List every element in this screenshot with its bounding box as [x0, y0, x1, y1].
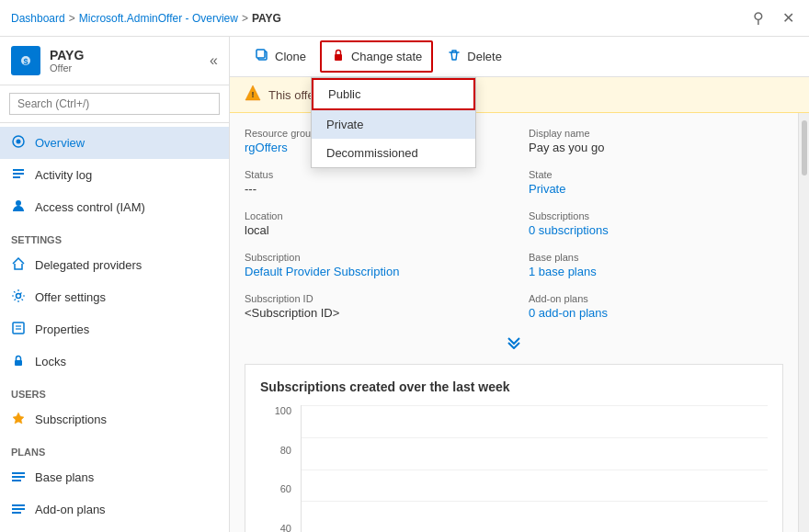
- svg-rect-7: [13, 176, 20, 178]
- status-label: Status: [245, 169, 499, 180]
- dropdown-item-private[interactable]: Private: [312, 110, 475, 139]
- svg-point-4: [17, 140, 21, 144]
- addon-plans-count-label: Add-on plans: [529, 293, 783, 304]
- chart-container: 100 80 60 40: [260, 405, 768, 532]
- resource-group-value[interactable]: rgOffers: [245, 141, 288, 154]
- svg-rect-17: [12, 480, 21, 481]
- chart-plot: [301, 405, 768, 532]
- state-item: State Private: [529, 169, 783, 196]
- sidebar-item-subscriptions[interactable]: Subscriptions: [0, 403, 229, 436]
- state-value[interactable]: Private: [529, 182, 565, 196]
- change-state-button[interactable]: Change state: [320, 40, 433, 73]
- chart-y-label-40: 40: [280, 523, 291, 532]
- sidebar-item-access-control[interactable]: Access control (IAM): [0, 191, 229, 223]
- breadcrumb-dashboard[interactable]: Dashboard: [11, 12, 65, 25]
- subscriptions-count-label: Subscriptions: [529, 210, 783, 221]
- display-name-label: Display name: [529, 128, 783, 139]
- grid-line-40: [302, 501, 768, 502]
- subscription-value[interactable]: Default Provider Subscription: [245, 265, 399, 278]
- scroll-thumb[interactable]: [802, 120, 807, 175]
- clone-button[interactable]: Clone: [245, 41, 316, 72]
- delegated-providers-label: Delegated providers: [35, 258, 142, 272]
- clone-icon: [255, 48, 269, 65]
- display-name-item: Display name Pay as you go: [529, 128, 783, 154]
- clone-label: Clone: [275, 50, 306, 63]
- breadcrumb-sep-2: >: [242, 12, 248, 25]
- breadcrumb-admin-offer[interactable]: Microsoft.AdminOffer - Overview: [79, 12, 238, 25]
- sidebar-title: PAYG: [50, 48, 84, 62]
- status-value: ---: [245, 182, 256, 196]
- collapse-button[interactable]: [505, 334, 523, 353]
- detail-area: Resource group rgOffers Display name Pay…: [230, 113, 809, 532]
- toolbar: Clone Change state Delete: [230, 37, 809, 77]
- sidebar-item-properties[interactable]: Properties: [0, 313, 229, 345]
- dropdown-item-public[interactable]: Public: [312, 78, 475, 110]
- breadcrumb-payg: PAYG: [252, 12, 281, 25]
- detail-main: Resource group rgOffers Display name Pay…: [230, 113, 798, 532]
- dropdown-item-decommissioned[interactable]: Decommissioned: [312, 139, 475, 167]
- svg-rect-19: [12, 508, 25, 510]
- top-bar-icons: ⚲ ✕: [749, 7, 798, 28]
- sidebar-item-base-plans[interactable]: Base plans: [0, 461, 229, 493]
- sidebar-item-offer-settings[interactable]: Offer settings: [0, 281, 229, 313]
- offer-settings-icon: [11, 289, 26, 306]
- chart-title: Subscriptions created over the last week: [260, 379, 768, 394]
- base-plans-count-label: Base plans: [529, 252, 783, 263]
- svg-text:$: $: [23, 57, 28, 66]
- chart-section: Subscriptions created over the last week…: [245, 364, 783, 532]
- main-layout: $ PAYG Offer « Overview: [0, 37, 809, 532]
- pin-button[interactable]: ⚲: [749, 7, 768, 28]
- offer-icon: $: [11, 46, 40, 75]
- sidebar-item-add-on-plans[interactable]: Add-on plans: [0, 493, 229, 526]
- change-state-icon: [331, 48, 346, 65]
- sidebar-item-overview[interactable]: Overview: [0, 127, 229, 159]
- base-plans-count-value[interactable]: 1 base plans: [529, 265, 597, 278]
- state-label: State: [529, 169, 783, 180]
- sidebar-title-group: PAYG Offer: [50, 48, 84, 74]
- sidebar-search: [0, 85, 229, 123]
- properties-icon: [11, 321, 26, 338]
- add-on-plans-label: Add-on plans: [35, 503, 106, 516]
- top-bar: Dashboard > Microsoft.AdminOffer - Overv…: [0, 0, 809, 37]
- location-item: Location local: [245, 210, 499, 237]
- svg-rect-23: [335, 54, 342, 61]
- subscription-id-label: Subscription ID: [245, 293, 499, 304]
- activity-log-label: Activity log: [35, 168, 92, 182]
- change-state-dropdown: Public Private Decommissioned: [311, 77, 476, 168]
- sidebar-item-locks[interactable]: Locks: [0, 345, 229, 378]
- svg-rect-20: [12, 512, 21, 514]
- delegated-providers-icon: [11, 256, 26, 274]
- access-control-label: Access control (IAM): [35, 200, 145, 214]
- svg-rect-18: [12, 504, 25, 506]
- sidebar-collapse-button[interactable]: «: [210, 52, 218, 69]
- svg-marker-14: [13, 413, 24, 424]
- plans-section-label: Plans: [0, 436, 229, 461]
- add-on-plans-icon: [11, 501, 26, 518]
- content-area: Clone Change state Delete ! This offer h…: [230, 37, 809, 532]
- base-plans-item: Base plans 1 base plans: [529, 252, 783, 278]
- subscriptions-label: Subscriptions: [35, 413, 107, 426]
- sidebar-item-activity-log[interactable]: Activity log: [0, 159, 229, 191]
- svg-rect-5: [13, 169, 24, 171]
- close-button[interactable]: ✕: [779, 7, 798, 28]
- search-input[interactable]: [9, 93, 220, 115]
- grid-line-60: [302, 470, 768, 470]
- location-label: Location: [245, 210, 499, 221]
- svg-point-9: [17, 294, 21, 299]
- overview-icon: [11, 134, 26, 152]
- svg-rect-16: [12, 476, 25, 478]
- svg-rect-13: [15, 360, 22, 366]
- addon-plans-count-value[interactable]: 0 add-on plans: [529, 306, 608, 320]
- subscription-label: Subscription: [245, 252, 499, 263]
- svg-text:!: !: [252, 90, 255, 99]
- sidebar-item-delegated-providers[interactable]: Delegated providers: [0, 249, 229, 281]
- addon-plans-item: Add-on plans 0 add-on plans: [529, 293, 783, 320]
- scrollbar[interactable]: [798, 113, 809, 532]
- delete-button[interactable]: Delete: [437, 41, 512, 72]
- grid-line-80: [302, 437, 768, 438]
- subscription-id-value: <Subscription ID>: [245, 306, 339, 320]
- chart-y-label-60: 60: [280, 483, 291, 494]
- svg-rect-6: [13, 173, 24, 175]
- subscriptions-count-value[interactable]: 0 subscriptions: [529, 223, 609, 237]
- delete-icon: [447, 48, 461, 65]
